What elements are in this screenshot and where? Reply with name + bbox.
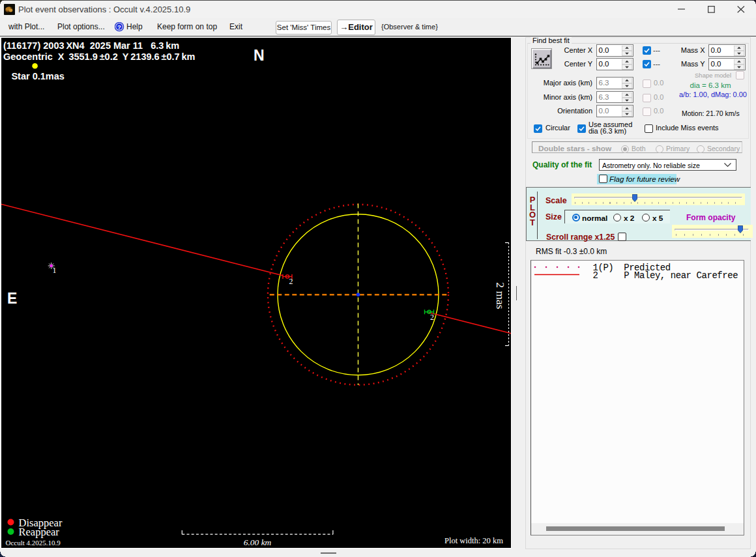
svg-text:Geocentric X 3551.9 ±0.2 Y: Geocentric X 3551.9 ±0.2 Y 2139.6 ±0.7 k… — [3, 51, 196, 62]
svg-text:2: 2 — [289, 277, 293, 286]
svg-text:Star 0.1mas: Star 0.1mas — [11, 71, 64, 81]
svg-text:Plot width: 20 km: Plot width: 20 km — [444, 536, 503, 545]
svg-text:?: ? — [117, 23, 121, 30]
svg-text:1: 1 — [53, 266, 57, 275]
svg-text:6.00 km: 6.00 km — [244, 537, 272, 547]
svg-text:2: 2 — [430, 313, 434, 322]
svg-text:(116177) 2003 XN4 2025 Mar 11: (116177) 2003 XN4 2025 Mar 11 6.3 km — [3, 40, 179, 51]
svg-text:Reappear: Reappear — [19, 526, 60, 538]
svg-text:N: N — [254, 47, 265, 64]
svg-text:Occult 4.2025.10.9: Occult 4.2025.10.9 — [6, 539, 61, 547]
svg-text:2 mas: 2 mas — [494, 282, 507, 309]
svg-text:E: E — [7, 290, 17, 307]
